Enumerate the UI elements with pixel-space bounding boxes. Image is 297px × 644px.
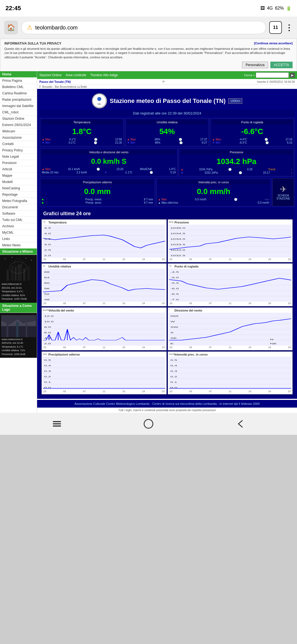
svg-text:N: N [270,338,273,341]
svg-text:SW: SW [170,326,178,328]
search-label: Cerca » [244,73,255,77]
svg-text:SE: SE [170,337,177,339]
wind-min: -1.1°C [125,171,132,174]
precip-today-details: ■ Precip. mese: 9.7 mm ■ Precip. anno: 9… [42,198,153,204]
personalize-button[interactable]: Personalizza [242,62,268,68]
nav-aree-limitrofe[interactable]: Aree Limitrofe [66,73,86,77]
svg-rect-15 [7,323,8,337]
svg-point-11 [31,260,32,260]
svg-text:1032.5: 1032.5 [170,254,185,257]
svg-text:CML: CML [98,103,101,105]
svg-text:E: E [170,342,174,345]
svg-text:52: 52 [44,293,50,295]
sidebar-item-nowcasting[interactable]: NowCasting [0,185,37,192]
sidebar-item-documenti[interactable]: Documenti [0,204,37,211]
hum-min: 48% [155,141,160,144]
sidebar-item-links[interactable]: Links [0,236,37,242]
sidebar-item-modelli[interactable]: Modelli [0,179,37,185]
cookie-notice: INFORMATIVA SULLA TUA PRIVACY [Continua … [0,39,297,71]
chart-x-axis-precip: 23030711151923 [43,390,165,393]
scheda-label: SCHEDA STAZIONE [273,194,294,200]
precip-rate-value: 0.0 mm/h [158,185,270,198]
press-max-time: 0:28 [247,168,252,171]
trend-label: Trend [268,168,275,171]
sidebar-item-previsioni[interactable]: Previsioni [0,160,37,166]
svg-text:0.2: 0.2 [44,375,51,378]
temp-up-arrow: ▲ Max: [42,138,51,141]
dew-min-time: 5:16 [287,141,292,144]
sidebar-item-bollettino[interactable]: Bollettino CML [0,84,37,90]
nav-stazioni-online[interactable]: Stazioni Online [39,73,62,77]
wind-card: Velocità e direzione del vento 0.0 km/h … [40,148,178,176]
chart-umidita: % Umidità relativa [42,263,167,306]
svg-point-19 [97,97,101,101]
sidebar-item-radar[interactable]: Radar precipitazioni [0,97,37,103]
nav-trentino[interactable]: Trentino Alto Adige [90,73,118,77]
search-input[interactable] [256,72,289,78]
sidebar-item-meteo-news[interactable]: Meteo News [0,242,37,249]
status-bar: 22:45 🖼 4G 62% 🔋 [0,0,297,17]
url-bar[interactable]: ⚠ teolombardo.com [21,21,266,34]
svg-rect-1 [7,270,9,281]
sidebar-item-home[interactable]: Home [0,71,37,78]
dewpoint-value: -6.6°C [212,125,292,138]
sidebar-item-webcam[interactable]: Webcam [0,128,37,135]
chart-vento-dir: ° Direzione del vento [168,307,293,350]
accept-button[interactable]: ACCETTA [270,62,293,68]
humidity-card: Umidità relativa 54% ▲ Max: 68% 🕐 17:37 … [125,118,209,146]
sidebar-item-immagini[interactable]: Immagini dal Satellite [0,103,37,109]
dewpoint-label: Punto di rugiada [212,120,292,124]
sidebar-item-stazioni[interactable]: Stazioni Online [0,116,37,122]
sidebar-item-meteo-foto[interactable]: Meteo Fotografia [0,198,37,204]
browser-menu-button[interactable]: ⋮ [285,23,293,32]
sidebar-item-articoli[interactable]: Articoli [0,166,37,173]
precip-month-val: 9.7 mm [144,198,153,201]
press-min-time: 15:17 [263,171,270,174]
sidebar-item-associazione[interactable]: Associazione [0,135,37,141]
tabs-button[interactable]: 11 [269,21,282,34]
sidebar-item-cartina[interactable]: Cartina Realtime [0,90,37,97]
sidebar-item-tutto-cml[interactable]: Tutto sul CML [0,217,37,223]
wind-max-time: 13:20 [116,168,123,171]
svg-text:2.0: 2.0 [44,342,51,345]
browser-home-button[interactable]: 🏠 [4,21,18,34]
svg-text:-5.5: -5.5 [170,282,179,284]
sidebar-item-estremi[interactable]: Estremi 29/01/2024 [0,122,37,128]
chart-x-axis-vento-vel: 23030711151923 [43,346,165,349]
sidebar-item-cml-robot[interactable]: CML_robot [0,109,37,116]
sidebar-item-contatti[interactable]: Contatti [0,141,37,147]
charts-grid: °C Temperatura [42,219,293,394]
svg-text:NE: NE [270,342,277,345]
cam-milano-box: www.milanocam.it 30/1/24, ore 22:41 Temp… [0,255,37,303]
search-button[interactable]: ▶ [290,73,295,78]
station-header-name: Passo del Tonale (TN) [39,80,71,83]
sidebar-item-reportage[interactable]: Reportage [0,192,37,198]
sidebar-item-privacy[interactable]: Privacy Policy [0,147,37,154]
svg-text:1035.0: 1035.0 [170,227,185,229]
svg-text:S: S [170,331,174,334]
humidity-value: 54% [127,125,207,138]
svg-text:1033.5: 1033.5 [170,243,185,246]
press-min: 1032.1hPa [204,171,218,174]
sidebar-item-situazione-como[interactable]: Situazione a Como Lago [0,303,37,313]
sidebar-item-situazione-milano[interactable]: Situazione a Milano [0,249,37,255]
temperature-value: 1.8°C [42,125,122,138]
back-button[interactable] [232,416,248,432]
temperature-card: Temperatura 1.8°C ▲ Max: 4.1°C 🕐 12:58 ▼… [40,118,124,146]
sidebar-item-software[interactable]: Software [0,211,37,217]
cookie-continue-link[interactable]: [Continua senza accettare] [254,42,293,45]
cam-milano-date: 30/1/24, ore 22:41 [2,286,35,290]
menu-button[interactable] [49,416,65,432]
svg-point-8 [5,258,6,259]
station-header-inserted: Inserito il: 04/05/2011 18:44:36 [257,80,295,83]
sidebar-item-prima-pagina[interactable]: Prima Pagina [0,78,37,84]
svg-text:64: 64 [44,276,50,279]
sidebar-item-archivio[interactable]: Archivio [0,223,37,230]
sidebar-item-mappe[interactable]: Mappe [0,173,37,179]
wind-max: 16.1 km/h [68,168,80,171]
sidebar-item-note-legali[interactable]: Note Legali [0,154,37,160]
humidity-minmax: ▲ Max: 68% 🕐 17:37 ▼ Min: 48% 🕐 9:27 [127,138,207,144]
home-button[interactable] [140,416,157,432]
svg-text:12.0: 12.0 [44,315,54,317]
sidebar-item-mycml[interactable]: MyCML [0,230,37,236]
